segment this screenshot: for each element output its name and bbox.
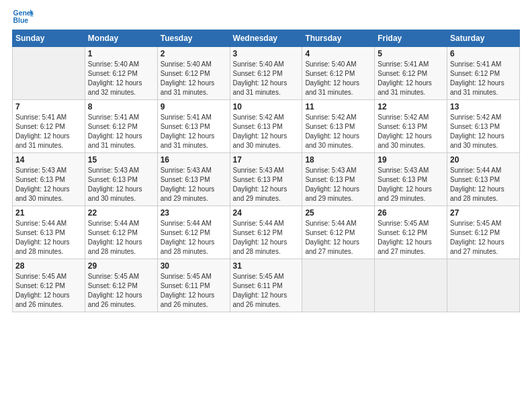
day-info: Sunrise: 5:41 AMSunset: 6:12 PMDaylight:…: [88, 113, 154, 150]
day-info: Sunrise: 5:43 AMSunset: 6:13 PMDaylight:…: [15, 166, 82, 203]
calendar: SundayMondayTuesdayWednesdayThursdayFrid…: [12, 30, 520, 312]
calendar-cell: 9Sunrise: 5:41 AMSunset: 6:13 PMDaylight…: [157, 100, 230, 153]
day-number: 18: [305, 155, 371, 165]
calendar-cell: [447, 259, 520, 312]
day-info: Sunrise: 5:41 AMSunset: 6:13 PMDaylight:…: [161, 113, 227, 150]
day-info: Sunrise: 5:42 AMSunset: 6:13 PMDaylight:…: [450, 113, 517, 150]
calendar-cell: 10Sunrise: 5:42 AMSunset: 6:13 PMDayligh…: [230, 100, 302, 153]
day-info: Sunrise: 5:45 AMSunset: 6:12 PMDaylight:…: [88, 272, 154, 310]
calendar-cell: 28Sunrise: 5:45 AMSunset: 6:12 PMDayligh…: [13, 259, 85, 312]
day-info: Sunrise: 5:44 AMSunset: 6:12 PMDaylight:…: [305, 219, 371, 257]
day-info: Sunrise: 5:43 AMSunset: 6:13 PMDaylight:…: [378, 166, 444, 203]
calendar-cell: 27Sunrise: 5:45 AMSunset: 6:12 PMDayligh…: [447, 206, 520, 259]
calendar-cell: 1Sunrise: 5:40 AMSunset: 6:12 PMDaylight…: [85, 47, 157, 100]
day-number: 11: [305, 102, 371, 111]
calendar-cell: 3Sunrise: 5:40 AMSunset: 6:12 PMDaylight…: [230, 47, 302, 100]
svg-text:Blue: Blue: [13, 17, 29, 24]
day-number: 9: [161, 102, 227, 111]
calendar-cell: 31Sunrise: 5:45 AMSunset: 6:11 PMDayligh…: [230, 259, 302, 312]
day-info: Sunrise: 5:41 AMSunset: 6:12 PMDaylight:…: [15, 113, 82, 150]
day-info: Sunrise: 5:43 AMSunset: 6:13 PMDaylight:…: [233, 166, 300, 203]
calendar-cell: 30Sunrise: 5:45 AMSunset: 6:11 PMDayligh…: [157, 259, 230, 312]
day-info: Sunrise: 5:43 AMSunset: 6:13 PMDaylight:…: [88, 166, 154, 203]
calendar-cell: 6Sunrise: 5:41 AMSunset: 6:12 PMDaylight…: [447, 47, 520, 100]
day-info: Sunrise: 5:40 AMSunset: 6:12 PMDaylight:…: [233, 60, 300, 97]
calendar-cell: [13, 47, 85, 100]
calendar-header-thursday: Thursday: [302, 30, 375, 47]
day-info: Sunrise: 5:42 AMSunset: 6:13 PMDaylight:…: [305, 113, 371, 150]
calendar-header-row: SundayMondayTuesdayWednesdayThursdayFrid…: [13, 30, 520, 47]
day-number: 19: [378, 155, 444, 165]
day-info: Sunrise: 5:45 AMSunset: 6:12 PMDaylight:…: [15, 272, 82, 310]
day-info: Sunrise: 5:40 AMSunset: 6:12 PMDaylight:…: [88, 60, 154, 97]
day-number: 16: [161, 155, 227, 165]
calendar-cell: 26Sunrise: 5:45 AMSunset: 6:12 PMDayligh…: [375, 206, 447, 259]
calendar-cell: 12Sunrise: 5:42 AMSunset: 6:13 PMDayligh…: [375, 100, 447, 153]
calendar-cell: [302, 259, 375, 312]
calendar-week-row: 7Sunrise: 5:41 AMSunset: 6:12 PMDaylight…: [13, 100, 520, 153]
calendar-cell: 25Sunrise: 5:44 AMSunset: 6:12 PMDayligh…: [302, 206, 375, 259]
day-number: 22: [88, 208, 154, 218]
day-number: 23: [161, 208, 227, 218]
day-number: 7: [15, 102, 82, 111]
day-number: 21: [15, 208, 82, 218]
day-number: 13: [450, 102, 517, 111]
day-number: 15: [88, 155, 154, 165]
calendar-header-wednesday: Wednesday: [230, 30, 302, 47]
calendar-cell: 15Sunrise: 5:43 AMSunset: 6:13 PMDayligh…: [85, 153, 157, 206]
day-number: 5: [378, 49, 444, 58]
day-number: 24: [233, 208, 300, 218]
day-info: Sunrise: 5:42 AMSunset: 6:13 PMDaylight:…: [233, 113, 300, 150]
logo-icon: General Blue: [12, 7, 34, 26]
day-number: 3: [233, 49, 300, 58]
day-info: Sunrise: 5:43 AMSunset: 6:13 PMDaylight:…: [161, 166, 227, 203]
day-info: Sunrise: 5:43 AMSunset: 6:13 PMDaylight:…: [305, 166, 371, 203]
day-number: 27: [450, 208, 517, 218]
calendar-cell: 5Sunrise: 5:41 AMSunset: 6:12 PMDaylight…: [375, 47, 447, 100]
calendar-header-monday: Monday: [85, 30, 157, 47]
page: General Blue SundayMondayTuesdayWednesda…: [0, 0, 532, 411]
day-info: Sunrise: 5:45 AMSunset: 6:11 PMDaylight:…: [233, 272, 300, 310]
calendar-cell: 11Sunrise: 5:42 AMSunset: 6:13 PMDayligh…: [302, 100, 375, 153]
calendar-cell: 8Sunrise: 5:41 AMSunset: 6:12 PMDaylight…: [85, 100, 157, 153]
calendar-cell: 7Sunrise: 5:41 AMSunset: 6:12 PMDaylight…: [13, 100, 85, 153]
day-info: Sunrise: 5:45 AMSunset: 6:12 PMDaylight:…: [450, 219, 517, 257]
day-number: 29: [88, 261, 154, 271]
calendar-cell: 22Sunrise: 5:44 AMSunset: 6:12 PMDayligh…: [85, 206, 157, 259]
day-info: Sunrise: 5:40 AMSunset: 6:12 PMDaylight:…: [161, 60, 227, 97]
day-number: 2: [161, 49, 227, 58]
calendar-cell: 4Sunrise: 5:40 AMSunset: 6:12 PMDaylight…: [302, 47, 375, 100]
day-info: Sunrise: 5:44 AMSunset: 6:12 PMDaylight:…: [233, 219, 300, 257]
calendar-cell: [375, 259, 447, 312]
calendar-header-saturday: Saturday: [447, 30, 520, 47]
day-info: Sunrise: 5:40 AMSunset: 6:12 PMDaylight:…: [305, 60, 371, 97]
calendar-week-row: 14Sunrise: 5:43 AMSunset: 6:13 PMDayligh…: [13, 153, 520, 206]
logo: General Blue: [12, 7, 34, 26]
day-info: Sunrise: 5:44 AMSunset: 6:13 PMDaylight:…: [450, 166, 517, 203]
day-info: Sunrise: 5:44 AMSunset: 6:12 PMDaylight:…: [88, 219, 154, 257]
calendar-week-row: 21Sunrise: 5:44 AMSunset: 6:13 PMDayligh…: [13, 206, 520, 259]
calendar-cell: 2Sunrise: 5:40 AMSunset: 6:12 PMDaylight…: [157, 47, 230, 100]
calendar-cell: 24Sunrise: 5:44 AMSunset: 6:12 PMDayligh…: [230, 206, 302, 259]
calendar-cell: 20Sunrise: 5:44 AMSunset: 6:13 PMDayligh…: [447, 153, 520, 206]
calendar-header-friday: Friday: [375, 30, 447, 47]
calendar-cell: 16Sunrise: 5:43 AMSunset: 6:13 PMDayligh…: [157, 153, 230, 206]
day-info: Sunrise: 5:45 AMSunset: 6:12 PMDaylight:…: [378, 219, 444, 257]
day-info: Sunrise: 5:41 AMSunset: 6:12 PMDaylight:…: [378, 60, 444, 97]
day-number: 1: [88, 49, 154, 58]
day-number: 12: [378, 102, 444, 111]
day-number: 8: [88, 102, 154, 111]
calendar-cell: 29Sunrise: 5:45 AMSunset: 6:12 PMDayligh…: [85, 259, 157, 312]
day-info: Sunrise: 5:44 AMSunset: 6:12 PMDaylight:…: [161, 219, 227, 257]
day-number: 26: [378, 208, 444, 218]
calendar-cell: 23Sunrise: 5:44 AMSunset: 6:12 PMDayligh…: [157, 206, 230, 259]
calendar-week-row: 28Sunrise: 5:45 AMSunset: 6:12 PMDayligh…: [13, 259, 520, 312]
calendar-header-tuesday: Tuesday: [157, 30, 230, 47]
day-number: 14: [15, 155, 82, 165]
calendar-cell: 14Sunrise: 5:43 AMSunset: 6:13 PMDayligh…: [13, 153, 85, 206]
calendar-cell: 13Sunrise: 5:42 AMSunset: 6:13 PMDayligh…: [447, 100, 520, 153]
day-info: Sunrise: 5:42 AMSunset: 6:13 PMDaylight:…: [378, 113, 444, 150]
day-number: 28: [15, 261, 82, 271]
day-number: 10: [233, 102, 300, 111]
day-number: 31: [233, 261, 300, 271]
